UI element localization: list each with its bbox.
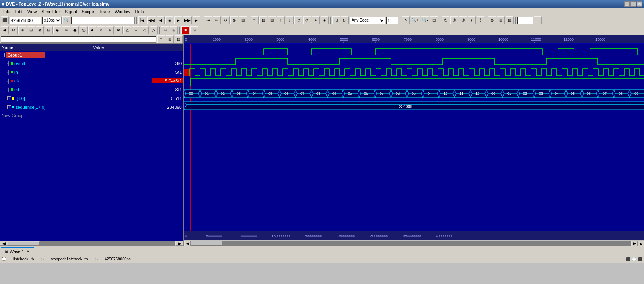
tb-sim4[interactable]: ⊕ — [230, 16, 238, 24]
tb-edge-prev[interactable]: ◁ — [332, 16, 340, 24]
tb-wv3[interactable]: ⊞ — [506, 16, 514, 24]
tb-wave9[interactable]: ◈ — [321, 16, 329, 24]
tb-wave4[interactable]: ↑ — [277, 16, 285, 24]
tb2-arr9[interactable]: ◉ — [71, 26, 79, 34]
new-group-row[interactable]: New Group — [0, 112, 183, 119]
signal-filter-btn2[interactable]: ⊞ — [166, 35, 174, 43]
tb-zoom-out[interactable]: 🔍- — [421, 16, 429, 24]
wave-scroll-right[interactable]: ▶ — [631, 241, 638, 246]
menu-simulator[interactable]: Simulator — [39, 9, 62, 14]
signal-row-rst[interactable]: ┤ rst St1 — [0, 85, 183, 94]
tb-sim2[interactable]: ⇤ — [213, 16, 221, 24]
tb2-arr2[interactable]: ⊙ — [10, 26, 18, 34]
tb-wave5[interactable]: ↓ — [286, 16, 294, 24]
tb2-arr16[interactable]: ▽ — [132, 26, 140, 34]
i40-expand-icon[interactable]: + — [7, 96, 11, 100]
tb-wave3[interactable]: ⊞ — [268, 16, 276, 24]
tb2-arr7[interactable]: ◈ — [53, 26, 61, 34]
menu-window[interactable]: Window — [112, 9, 132, 14]
sig-scroll-right[interactable]: ▶ — [175, 241, 183, 246]
tb-play[interactable]: ▶ — [174, 16, 182, 24]
tb-zoom-in[interactable]: 🔍+ — [411, 16, 420, 24]
tb2-arr17[interactable]: ◁ — [141, 26, 149, 34]
group1-header[interactable]: - Group1 — [0, 51, 183, 59]
maximize-button[interactable]: □ — [630, 1, 636, 7]
menu-view[interactable]: View — [25, 9, 39, 14]
wave-scroll-thumb[interactable] — [191, 241, 222, 246]
tb2-arr8[interactable]: ⊛ — [62, 26, 70, 34]
signal-row-sequence[interactable]: + sequence[17:0] 234098 — [0, 103, 183, 112]
tb-zoom1[interactable]: ① — [442, 16, 449, 24]
signal-filter-btn1[interactable]: ≡ — [157, 35, 165, 43]
tb-wave7[interactable]: ⟳ — [303, 16, 311, 24]
tb-zoom2[interactable]: ② — [450, 16, 458, 24]
time-unit-select[interactable]: x10ps ps ns us — [42, 17, 62, 24]
menu-help[interactable]: Help — [132, 9, 146, 14]
tb2-arr14[interactable]: ⊗ — [115, 26, 123, 34]
search-input[interactable] — [71, 17, 135, 24]
signal-row-i40[interactable]: + i[4:0] 5'h11 — [0, 94, 183, 103]
tb-stop[interactable]: ■ — [165, 16, 173, 24]
signal-filter-btn3[interactable]: ⊡ — [175, 35, 183, 43]
tb-wave6[interactable]: ⟲ — [294, 16, 302, 24]
tb-search-icon[interactable]: 🔍 — [62, 16, 70, 24]
tb-btn-1[interactable]: ⬛ — [1, 16, 9, 24]
tab-wave1[interactable]: ≋ Wave.1 ✕ — [1, 247, 34, 255]
edge-type-select[interactable]: Any Edge Rising Edge Falling Edge — [350, 17, 385, 24]
tb2-sim[interactable]: ⊙ — [190, 26, 198, 34]
tb-zoom3[interactable]: ③ — [459, 16, 467, 24]
tb2-sig1[interactable]: ⊕ — [161, 26, 169, 34]
tb2-arr18[interactable]: ▷ — [150, 26, 158, 34]
signal-row-in[interactable]: ┤ in St1 — [0, 68, 183, 76]
tb-sim3[interactable]: ↺ — [222, 16, 230, 24]
signal-row-clk[interactable]: ┤ clk St0->St1 — [0, 76, 183, 85]
tb-cursor1[interactable]: ↖ — [402, 16, 410, 24]
time-value-input[interactable] — [10, 17, 41, 24]
menu-trace[interactable]: Trace — [97, 9, 113, 14]
tb-zoom-next[interactable]: ⟩ — [477, 16, 484, 24]
tb2-arr4[interactable]: ⊞ — [27, 26, 35, 34]
tb2-arr15[interactable]: △ — [123, 26, 131, 34]
signal-row-result[interactable]: ┤ result St0 — [0, 59, 183, 68]
tb2-arr6[interactable]: ⊟ — [45, 26, 53, 34]
tb-options[interactable]: ⋮ — [534, 16, 542, 24]
tb2-arr10[interactable]: ◎ — [80, 26, 88, 34]
sig-scroll-left[interactable]: ◀ — [0, 241, 8, 246]
tb-play-back[interactable]: ◀ — [157, 16, 165, 24]
tb2-arr13[interactable]: ⊚ — [106, 26, 114, 34]
wave-scroll-left[interactable]: ◀ — [184, 241, 191, 246]
menu-file[interactable]: File — [1, 9, 13, 14]
signal-hscrollbar[interactable]: ◀ ▶ — [0, 241, 183, 246]
tb-wv2[interactable]: ⊟ — [497, 16, 505, 24]
menu-edit[interactable]: Edit — [13, 9, 25, 14]
tb2-arr11[interactable]: ● — [88, 26, 96, 34]
tb2-arr3[interactable]: ⊕ — [18, 26, 26, 34]
seq-expand-icon[interactable]: + — [7, 105, 11, 109]
menu-signal[interactable]: Signal — [62, 9, 80, 14]
menu-scope[interactable]: Scope — [79, 9, 96, 14]
tb-zoom-prev[interactable]: ⟨ — [468, 16, 476, 24]
tb-sim5[interactable]: ⊞ — [239, 16, 247, 24]
tb2-run[interactable]: ■ — [181, 26, 189, 34]
tb-wave8[interactable]: ✦ — [312, 16, 320, 24]
wave-scroll-up[interactable]: ▲ — [638, 241, 644, 246]
tb-wave1[interactable]: ≡ — [251, 16, 259, 24]
tb2-arr5[interactable]: ⊠ — [36, 26, 44, 34]
scroll-input[interactable] — [517, 17, 533, 24]
tb-step-fwd[interactable]: ▶▶ — [183, 16, 192, 24]
tb2-sig2[interactable]: ⊞ — [170, 26, 178, 34]
edge-count-input[interactable] — [386, 17, 398, 24]
wave-hscrollbar[interactable]: ◀ ▶ ▲ — [184, 240, 644, 246]
tb-wave2[interactable]: ⊟ — [259, 16, 267, 24]
tb-fwd-end[interactable]: ▶| — [193, 16, 200, 24]
minimize-button[interactable]: _ — [624, 1, 630, 7]
tb-wv1[interactable]: ⊕ — [488, 16, 496, 24]
close-button[interactable]: ✕ — [637, 1, 642, 7]
tb-edge-next[interactable]: ▷ — [341, 16, 349, 24]
signal-filter-input[interactable] — [1, 36, 156, 43]
group1-expand-icon[interactable]: - — [1, 53, 5, 57]
tab-wave1-close[interactable]: ✕ — [26, 249, 31, 254]
tb-sim1[interactable]: ⇥ — [204, 16, 212, 24]
sig-scroll-thumb[interactable] — [8, 241, 40, 245]
tb-zoom-fit[interactable]: ⊡ — [430, 16, 438, 24]
